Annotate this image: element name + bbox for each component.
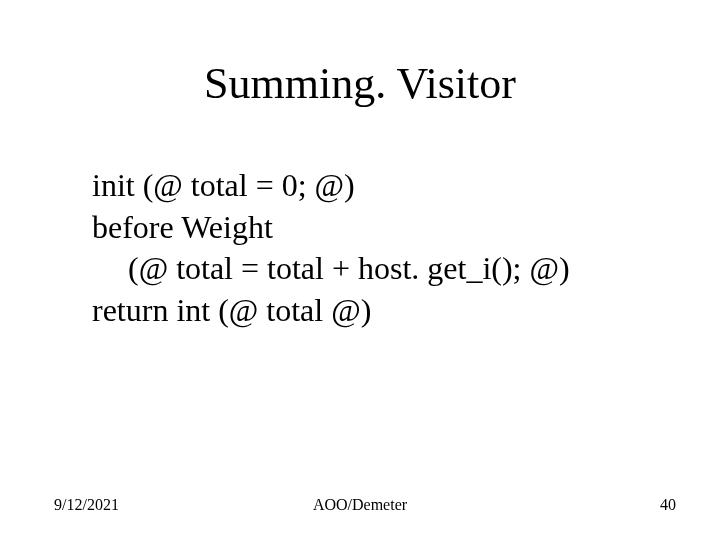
slide: Summing. Visitor init (@ total = 0; @) b… (0, 0, 720, 540)
code-line-1: init (@ total = 0; @) (92, 165, 652, 207)
footer-page-number: 40 (660, 496, 676, 514)
code-line-2: before Weight (92, 207, 652, 249)
code-line-4: return int (@ total @) (92, 290, 652, 332)
code-line-3: (@ total = total + host. get_i(); @) (92, 248, 652, 290)
slide-body: init (@ total = 0; @) before Weight (@ t… (92, 165, 652, 331)
footer-center: AOO/Demeter (0, 496, 720, 514)
slide-title: Summing. Visitor (0, 58, 720, 109)
